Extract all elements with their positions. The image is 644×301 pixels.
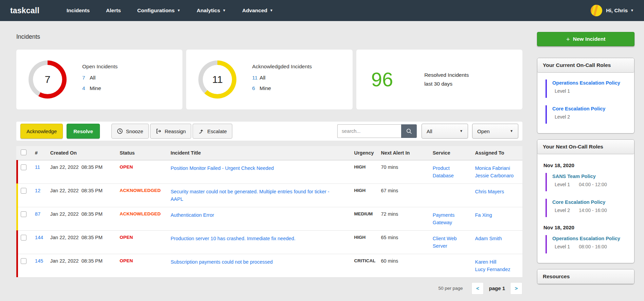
service-link[interactable]: Product Database [433,164,470,180]
per-page-label[interactable]: 50 per page [438,286,463,291]
next-alert-in: 60 mins [378,254,430,277]
urgency: HIGH [351,160,378,183]
service-link[interactable]: Client Web Server [433,235,470,250]
scope-filter-dropdown[interactable]: All ▼ [422,124,468,139]
right-sidebar: + New Incident Your Current On-Call Role… [537,32,634,284]
policy-link[interactable]: Core Escalation Policy [552,106,629,111]
policy-link[interactable]: Core Escalation Policy [552,199,629,205]
table-row[interactable]: 144 Jan 22, 2022 08:35 PM OPEN Productio… [16,230,522,254]
policy-link[interactable]: Operations Escalation Policy [552,236,629,241]
search-button[interactable] [401,124,417,138]
status-badge: OPEN [117,254,168,277]
table-row[interactable]: 11 Jan 22, 2022 08:35 PM OPEN Position M… [16,160,522,183]
stat-mine[interactable]: 4Mine [82,85,118,91]
incident-title-link[interactable]: Security master could not be generated. … [171,188,348,203]
search-icon [406,128,412,135]
chevron-down-icon: ▼ [270,9,273,12]
urgency: MEDIUM [351,207,378,230]
policy-link[interactable]: Operations Escalation Policy [552,80,629,86]
assignee-link[interactable]: Chris Mayers [475,188,520,195]
acknowledge-button[interactable]: Acknowledge [20,124,63,139]
incidents-table: # Created On Status Incident Title Urgen… [16,146,522,278]
created-on: Jan 22, 2022 08:35 PM [48,230,117,254]
table-row[interactable]: 145 Jan 22, 2022 08:35 PM OPEN Subscript… [16,254,522,277]
user-greeting[interactable]: Hi, Chris▼ [606,7,634,14]
incident-id-link[interactable]: 11 [35,164,40,170]
chevron-down-icon: ▼ [630,9,634,12]
stat-all[interactable]: 7All [82,75,118,81]
policy-time: 08:00 - 16:00 [579,244,607,249]
resolved-label: Resolved Incidents last 30 days [424,71,469,88]
policy-level: Level 1 [555,244,570,249]
new-incident-button[interactable]: + New Incident [537,32,634,46]
escalate-button[interactable]: Escalate [193,124,232,139]
chevron-down-icon: ▼ [510,129,513,133]
incident-id-link[interactable]: 12 [35,188,40,193]
incident-title-link[interactable]: Authentication Error [171,211,348,219]
policy-level: Level 1 [555,182,570,187]
policy-link[interactable]: SANS Team Policy [552,174,629,179]
service-link[interactable]: Payments Gateway [433,211,470,227]
incident-id-link[interactable]: 145 [35,258,43,264]
open-incidents-card: 7 Open Incidents 7All 4Mine [16,50,182,109]
nav-item-incidents[interactable]: Incidents [67,7,90,14]
top-navbar: taskcall Incidents Alerts Configurations… [0,0,644,21]
nav-item-analytics[interactable]: Analytics▼ [197,7,226,14]
row-checkbox[interactable] [21,235,26,241]
assignee-link[interactable]: Adam Smith [475,235,520,242]
main-menu: Incidents Alerts Configurations▼ Analyti… [67,7,273,14]
next-alert-in: 72 mins [378,207,430,230]
incident-title-link[interactable]: Production server 10 has crashed. Immedi… [171,235,348,242]
plus-icon: + [566,36,570,42]
incident-id-link[interactable]: 87 [35,211,40,217]
col-header-assigned: Assigned To [472,146,522,160]
created-on: Jan 22, 2022 08:35 PM [48,207,117,230]
reassign-button[interactable]: Reassign [150,124,192,139]
nav-item-alerts[interactable]: Alerts [106,7,121,14]
user-menu[interactable]: Hi, Chris▼ [591,5,634,16]
row-checkbox[interactable] [21,258,26,264]
assignee-link[interactable]: Monica Fabriani [475,164,520,172]
stat-all[interactable]: 11All [252,75,312,81]
on-call-date: Nov 18, 2020 [543,225,629,230]
card-header: Your Current On-Call Roles [537,58,634,73]
assignee-link[interactable]: Fa Xing [475,211,520,219]
table-row[interactable]: 87 Jan 22, 2022 08:35 PM ACKNOWLEDGED Au… [16,207,522,230]
status-filter-dropdown[interactable]: Open ▼ [472,124,518,139]
reassign-icon [156,128,162,134]
chevron-down-icon: ▼ [222,9,226,12]
incident-title-link[interactable]: Position Monitor Failed - Urgent Check N… [171,164,348,172]
resources-card: Resources [537,269,634,284]
avatar[interactable] [591,5,602,16]
prev-page-button[interactable]: < [471,282,484,295]
next-on-call-roles-card: Your Next On-Call Roles Nov 18, 2020 SAN… [537,139,634,263]
app-logo[interactable]: taskcall [10,6,39,15]
select-all-checkbox[interactable] [21,149,26,155]
on-call-role-item: Core Escalation Policy Level 214:00 - 16… [545,199,629,217]
row-checkbox[interactable] [21,188,26,194]
next-page-button[interactable]: > [510,282,522,295]
assignee-link[interactable]: Lucy Fernandez [475,266,520,273]
nav-item-configurations[interactable]: Configurations▼ [137,7,180,14]
urgency: HIGH [351,183,378,207]
search-input[interactable] [337,124,401,138]
assignee-link[interactable]: Karen Hill [475,258,520,266]
on-call-role-item: Operations Escalation Policy Level 108:0… [545,235,629,253]
resolve-button[interactable]: Resolve [67,124,100,139]
incident-title-link[interactable]: Subscription payments could not be proce… [171,258,348,266]
row-checkbox[interactable] [21,211,26,217]
stat-mine[interactable]: 6Mine [252,85,312,91]
snooze-button[interactable]: Snooze [111,124,149,139]
escalate-icon [198,128,204,134]
pagination: 50 per page < page 1 > [16,282,522,295]
donut-center-value: 11 [212,74,223,85]
page-indicator: page 1 [489,285,505,291]
status-badge: ACKNOWLEDGED [117,183,168,207]
row-checkbox[interactable] [21,164,26,170]
nav-item-advanced[interactable]: Advanced▼ [242,7,273,14]
assignee-link[interactable]: Jessie Carbonaro [475,172,520,179]
col-header-id: # [32,146,48,160]
table-row[interactable]: 12 Jan 22, 2022 08:35 PM ACKNOWLEDGED Se… [16,183,522,207]
table-header-row: # Created On Status Incident Title Urgen… [16,146,522,160]
incident-id-link[interactable]: 144 [35,235,43,240]
